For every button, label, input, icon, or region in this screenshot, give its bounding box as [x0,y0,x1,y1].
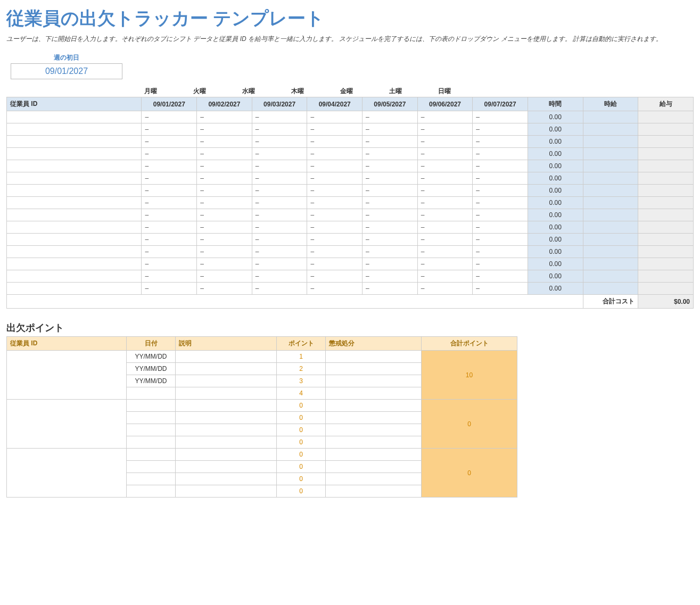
shift-cell[interactable]: – [307,148,363,160]
shift-cell[interactable]: – [252,123,307,136]
shift-cell[interactable]: – [307,160,363,172]
shift-cell[interactable]: – [363,283,418,295]
points-employee-id-cell[interactable] [7,400,127,449]
points-discipline-cell[interactable] [326,375,422,387]
shift-cell[interactable]: – [307,185,363,197]
shift-cell[interactable]: – [363,234,418,246]
shift-cell[interactable]: – [197,270,252,283]
shift-cell[interactable]: – [473,221,528,234]
shift-cell[interactable]: – [417,148,473,160]
shift-cell[interactable]: – [252,148,307,160]
points-discipline-cell[interactable] [326,449,422,461]
shift-cell[interactable]: – [473,148,528,160]
points-date-cell[interactable] [127,473,176,485]
shift-cell[interactable]: – [252,270,307,283]
shift-cell[interactable]: – [252,258,307,270]
points-description-cell[interactable] [176,424,277,436]
shift-cell[interactable]: – [473,234,528,246]
points-discipline-cell[interactable] [326,351,422,363]
points-description-cell[interactable] [176,387,277,400]
points-description-cell[interactable] [176,375,277,387]
shift-cell[interactable]: – [417,258,473,270]
shift-cell[interactable]: – [363,123,418,136]
shift-cell[interactable]: – [307,111,363,123]
shift-cell[interactable]: – [417,270,473,283]
points-employee-id-cell[interactable] [7,351,127,400]
shift-cell[interactable]: – [252,234,307,246]
employee-id-cell[interactable] [7,283,142,295]
shift-cell[interactable]: – [307,221,363,234]
employee-id-cell[interactable] [7,185,142,197]
shift-cell[interactable]: – [142,148,197,160]
points-date-cell[interactable] [127,400,176,412]
shift-cell[interactable]: – [473,283,528,295]
shift-cell[interactable]: – [473,258,528,270]
shift-cell[interactable]: – [417,221,473,234]
shift-cell[interactable]: – [363,185,418,197]
shift-cell[interactable]: – [142,246,197,258]
points-date-cell[interactable] [127,436,176,449]
shift-cell[interactable]: – [197,221,252,234]
points-discipline-cell[interactable] [326,363,422,375]
points-description-cell[interactable] [176,485,277,498]
employee-id-cell[interactable] [7,258,142,270]
shift-cell[interactable]: – [307,258,363,270]
shift-cell[interactable]: – [473,197,528,209]
points-date-cell[interactable]: YY/MM/DD [127,351,176,363]
shift-cell[interactable]: – [363,197,418,209]
shift-cell[interactable]: – [197,197,252,209]
shift-cell[interactable]: – [363,160,418,172]
shift-cell[interactable]: – [473,172,528,185]
points-discipline-cell[interactable] [326,387,422,400]
shift-cell[interactable]: – [142,136,197,148]
shift-cell[interactable]: – [142,111,197,123]
points-description-cell[interactable] [176,351,277,363]
employee-id-cell[interactable] [7,197,142,209]
shift-cell[interactable]: – [252,209,307,221]
shift-cell[interactable]: – [307,246,363,258]
shift-cell[interactable]: – [417,283,473,295]
points-date-cell[interactable] [127,485,176,498]
shift-cell[interactable]: – [197,246,252,258]
shift-cell[interactable]: – [417,172,473,185]
points-date-cell[interactable] [127,461,176,473]
points-discipline-cell[interactable] [326,424,422,436]
shift-cell[interactable]: – [417,123,473,136]
shift-cell[interactable]: – [417,136,473,148]
shift-cell[interactable]: – [363,258,418,270]
shift-cell[interactable]: – [417,246,473,258]
points-discipline-cell[interactable] [326,473,422,485]
shift-cell[interactable]: – [252,160,307,172]
shift-cell[interactable]: – [252,136,307,148]
shift-cell[interactable]: – [363,136,418,148]
shift-cell[interactable]: – [307,123,363,136]
shift-cell[interactable]: – [197,123,252,136]
shift-cell[interactable]: – [363,209,418,221]
shift-cell[interactable]: – [142,209,197,221]
shift-cell[interactable]: – [197,136,252,148]
points-discipline-cell[interactable] [326,400,422,412]
employee-id-cell[interactable] [7,270,142,283]
shift-cell[interactable]: – [197,185,252,197]
shift-cell[interactable]: – [307,209,363,221]
points-date-cell[interactable] [127,449,176,461]
shift-cell[interactable]: – [252,185,307,197]
shift-cell[interactable]: – [142,123,197,136]
points-discipline-cell[interactable] [326,485,422,498]
shift-cell[interactable]: – [252,111,307,123]
shift-cell[interactable]: – [307,136,363,148]
shift-cell[interactable]: – [363,246,418,258]
shift-cell[interactable]: – [417,185,473,197]
shift-cell[interactable]: – [197,160,252,172]
points-employee-id-cell[interactable] [7,449,127,498]
shift-cell[interactable]: – [142,270,197,283]
shift-cell[interactable]: – [142,160,197,172]
shift-cell[interactable]: – [473,111,528,123]
shift-cell[interactable]: – [142,172,197,185]
shift-cell[interactable]: – [197,209,252,221]
points-description-cell[interactable] [176,436,277,449]
shift-cell[interactable]: – [363,221,418,234]
points-date-cell[interactable]: YY/MM/DD [127,375,176,387]
shift-cell[interactable]: – [307,172,363,185]
shift-cell[interactable]: – [417,160,473,172]
